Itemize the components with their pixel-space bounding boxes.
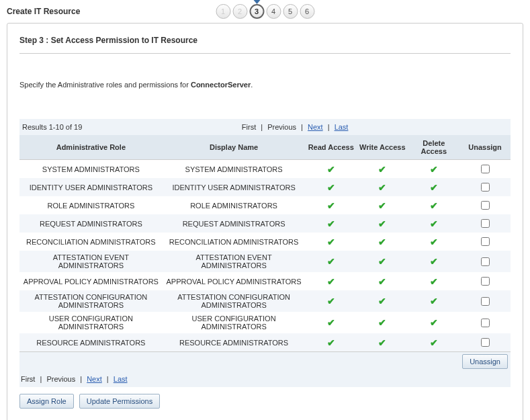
unassign-button[interactable]: Unassign xyxy=(462,354,508,369)
pager-next-link[interactable]: Next xyxy=(308,123,323,131)
unassign-checkbox[interactable] xyxy=(481,237,490,246)
col-unassign-header: Unassign xyxy=(459,135,511,160)
write-access-cell: ✔ xyxy=(357,290,408,312)
pager-first: First xyxy=(21,375,35,383)
table-footer-row: Unassign xyxy=(19,352,511,372)
col-display-header: Display Name xyxy=(163,135,306,160)
unassign-checkbox[interactable] xyxy=(481,219,490,228)
action-row: Assign Role Update Permissions xyxy=(19,394,511,409)
display-name-cell: SYSTEM ADMINISTRATORS xyxy=(163,160,306,179)
pager-sep: | xyxy=(104,375,112,383)
assign-role-button[interactable]: Assign Role xyxy=(19,394,74,409)
delete-access-cell: ✔ xyxy=(408,160,460,179)
check-icon: ✔ xyxy=(327,338,335,347)
pager-previous: Previous xyxy=(267,123,296,131)
pager-sep: | xyxy=(258,123,265,131)
pager-sep: | xyxy=(37,375,44,383)
role-cell: ROLE ADMINISTRATORS xyxy=(19,196,163,214)
display-name-cell: ATTESTATION CONFIGURATION ADMINISTRATORS xyxy=(163,290,306,312)
wizard-step-2[interactable]: 2 xyxy=(232,4,247,19)
unassign-checkbox[interactable] xyxy=(481,257,490,266)
read-access-cell: ✔ xyxy=(305,272,357,290)
wizard-step-5[interactable]: 5 xyxy=(283,4,298,19)
check-icon: ✔ xyxy=(327,201,335,210)
delete-access-cell: ✔ xyxy=(408,214,460,233)
wizard-step-4[interactable]: 4 xyxy=(266,4,281,19)
step-heading: Step 3 : Set Access Permission to IT Res… xyxy=(19,36,511,45)
pager-next-link[interactable]: Next xyxy=(87,375,102,383)
check-icon: ✔ xyxy=(430,338,438,347)
check-icon: ✔ xyxy=(378,318,386,327)
table-row: ATTESTATION EVENT ADMINISTRATORSATTESTAT… xyxy=(19,251,511,272)
pager-first: First xyxy=(242,123,256,131)
unassign-checkbox[interactable] xyxy=(481,297,490,306)
table-header-row: Administrative Role Display Name Read Ac… xyxy=(19,135,511,160)
wizard-step-6[interactable]: 6 xyxy=(300,4,314,19)
wizard-step-label: 2 xyxy=(238,7,242,15)
wizard-arrow-icon xyxy=(253,0,260,4)
check-icon: ✔ xyxy=(327,318,335,327)
role-cell: SYSTEM ADMINISTRATORS xyxy=(19,160,163,179)
table-row: RECONCILIATION ADMINISTRATORSRECONCILIAT… xyxy=(19,233,511,251)
instruction-text: Specify the Administrative roles and per… xyxy=(19,81,511,89)
delete-access-cell: ✔ xyxy=(408,196,460,214)
divider xyxy=(19,53,511,54)
read-access-cell: ✔ xyxy=(305,290,357,312)
delete-access-cell: ✔ xyxy=(408,312,460,333)
write-access-cell: ✔ xyxy=(357,160,408,179)
permissions-table: Administrative Role Display Name Read Ac… xyxy=(19,135,511,371)
table-row: IDENTITY USER ADMINISTRATORSIDENTITY USE… xyxy=(19,178,511,196)
pager-sep: | xyxy=(325,123,333,131)
table-row: REQUEST ADMINISTRATORSREQUEST ADMINISTRA… xyxy=(19,214,511,233)
unassign-checkbox[interactable] xyxy=(481,277,490,286)
footer-unassign-cell: Unassign xyxy=(459,352,511,372)
check-icon: ✔ xyxy=(430,277,438,286)
role-cell: REQUEST ADMINISTRATORS xyxy=(19,214,163,233)
wizard-step-label: 4 xyxy=(271,7,275,15)
unassign-checkbox[interactable] xyxy=(481,338,490,347)
delete-access-cell: ✔ xyxy=(408,178,460,196)
role-cell: ATTESTATION CONFIGURATION ADMINISTRATORS xyxy=(19,290,163,312)
wizard-step-3[interactable]: 3 xyxy=(249,4,264,19)
pager-last-link[interactable]: Last xyxy=(335,123,349,131)
read-access-cell: ✔ xyxy=(305,312,357,333)
check-icon: ✔ xyxy=(378,338,386,347)
footer-spacer xyxy=(357,352,408,372)
main-panel: Step 3 : Set Access Permission to IT Res… xyxy=(7,23,523,420)
page-title: Create IT Resource xyxy=(7,7,80,16)
unassign-checkbox[interactable] xyxy=(481,319,490,327)
unassign-cell xyxy=(459,196,511,214)
check-icon: ✔ xyxy=(378,165,386,174)
unassign-checkbox[interactable] xyxy=(481,165,490,173)
pager-last-link[interactable]: Last xyxy=(114,375,128,383)
display-name-cell: APPROVAL POLICY ADMINISTRATORS xyxy=(163,272,306,290)
write-access-cell: ✔ xyxy=(357,272,408,290)
delete-access-cell: ✔ xyxy=(408,333,460,352)
delete-access-cell: ✔ xyxy=(408,290,460,312)
wizard-step-1[interactable]: 1 xyxy=(216,4,230,19)
unassign-cell xyxy=(459,251,511,272)
display-name-cell: USER CONFIGURATION ADMINISTRATORS xyxy=(163,312,306,333)
check-icon: ✔ xyxy=(327,237,335,247)
check-icon: ✔ xyxy=(327,277,335,286)
delete-access-cell: ✔ xyxy=(408,233,460,251)
pager-bottom: First | Previous | Next | Last xyxy=(19,371,511,387)
unassign-checkbox[interactable] xyxy=(481,201,490,210)
check-icon: ✔ xyxy=(430,257,438,266)
read-access-cell: ✔ xyxy=(305,196,357,214)
wizard-step-label: 5 xyxy=(288,7,292,15)
col-read-header: Read Access xyxy=(305,135,357,160)
role-cell: ATTESTATION EVENT ADMINISTRATORS xyxy=(19,251,163,272)
display-name-cell: IDENTITY USER ADMINISTRATORS xyxy=(163,178,306,196)
check-icon: ✔ xyxy=(430,219,438,228)
instruction-prefix: Specify the Administrative roles and per… xyxy=(19,81,191,89)
unassign-cell xyxy=(459,290,511,312)
unassign-cell xyxy=(459,178,511,196)
col-role-header: Administrative Role xyxy=(19,135,163,160)
update-permissions-button[interactable]: Update Permissions xyxy=(79,394,160,409)
role-cell: RESOURCE ADMINISTRATORS xyxy=(19,333,163,352)
footer-spacer xyxy=(163,352,306,372)
unassign-checkbox[interactable] xyxy=(481,183,490,192)
check-icon: ✔ xyxy=(327,165,335,174)
role-cell: USER CONFIGURATION ADMINISTRATORS xyxy=(19,312,163,333)
